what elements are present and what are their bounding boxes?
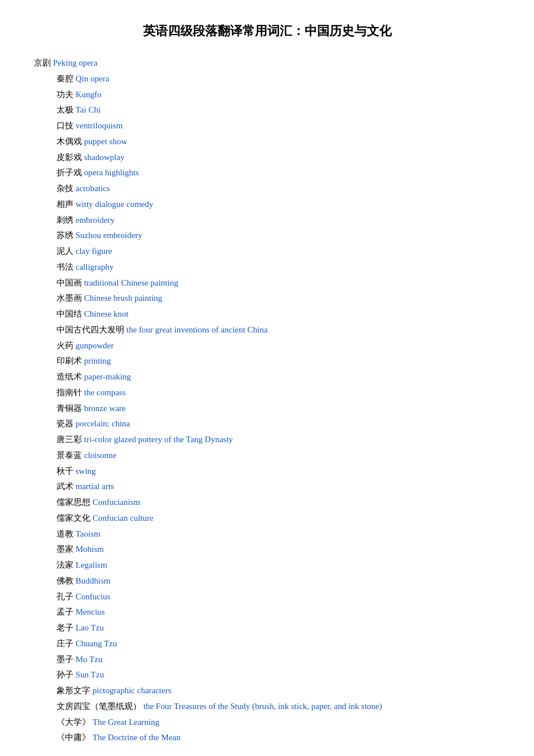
zh-text: 中国结 — [57, 309, 84, 318]
zh-text: 墨家 — [57, 545, 76, 554]
en-text: cloisonne — [84, 451, 117, 460]
en-text: Qin opera — [76, 74, 110, 83]
zh-text: 《中庸》 — [57, 733, 93, 742]
en-text: tri-color glazed pottery of the Tang Dyn… — [84, 435, 233, 444]
list-item: 泥人 clay figure — [57, 244, 500, 260]
zh-text: 武术 — [57, 482, 76, 491]
list-item: 功夫 Kungfo — [57, 87, 500, 103]
en-text: Sun Tzu — [76, 670, 104, 679]
en-text: ventriloquism — [76, 121, 123, 130]
list-item: 道教 Taoism — [57, 526, 500, 542]
zh-text: 折子戏 — [57, 168, 84, 177]
zh-text: 中国古代四大发明 — [57, 325, 127, 334]
zh-text: 木偶戏 — [57, 137, 84, 146]
zh-text: 道教 — [57, 529, 76, 538]
list-item: 中国结 Chinese knot — [57, 306, 500, 322]
en-text: Chinese brush painting — [84, 293, 162, 303]
list-item: 唐三彩 tri-color glazed pottery of the Tang… — [57, 432, 500, 448]
list-item: 儒家文化 Confucian culture — [57, 511, 500, 526]
list-item: 太极 Tai Chi — [57, 102, 500, 118]
list-item: 墨家 Mohism — [57, 542, 500, 558]
en-text: The Doctrine of the Mean — [93, 733, 181, 742]
zh-text: 景泰蓝 — [57, 451, 84, 460]
zh-text: 太极 — [57, 105, 76, 114]
en-text: gunpowder — [76, 341, 114, 350]
en-text: Confucianism — [93, 498, 140, 507]
list-item: 儒家思想 Confucianism — [57, 495, 500, 511]
list-item: 法家 Legalism — [57, 558, 500, 573]
list-item: 孙子 Sun Tzu — [57, 667, 500, 683]
en-text: martial arts — [76, 482, 114, 491]
list-item: 书法 calligraphy — [57, 260, 500, 275]
en-text: puppet show — [84, 137, 127, 146]
zh-text: 青铜器 — [57, 404, 84, 413]
zh-text: 象形文字 — [57, 686, 93, 695]
list-item: 折子戏 opera highlights — [57, 165, 500, 181]
list-item: 老子 Lao Tzu — [57, 620, 500, 636]
list-item: 景泰蓝 cloisonne — [57, 448, 500, 464]
zh-text: 文房四宝（笔墨纸观） — [57, 702, 144, 711]
list-item: 武术 martial arts — [57, 479, 500, 495]
list-item: 佛教 Buddhism — [57, 573, 500, 589]
zh-text: 秦腔 — [57, 74, 76, 83]
en-text: swing — [76, 466, 96, 476]
en-text: bronze ware — [84, 404, 126, 413]
zh-text: 秋千 — [57, 466, 76, 476]
list-item: 造纸术 paper-making — [57, 369, 500, 385]
en-text: Buddhism — [76, 576, 111, 585]
list-item: 秋千 swing — [57, 464, 500, 479]
zh-text: 杂技 — [57, 184, 76, 193]
zh-text: 水墨画 — [57, 293, 84, 303]
list-item: 孔子 Confucius — [57, 589, 500, 605]
en-text: calligraphy — [76, 262, 114, 271]
list-item: 文房四宝（笔墨纸观） the Four Treasures of the Stu… — [57, 699, 500, 715]
list-item: 墨子 Mo Tzu — [57, 652, 500, 668]
zh-text: 苏绣 — [57, 231, 76, 240]
list-item: 火药 gunpowder — [57, 338, 500, 354]
en-text: the Four Treasures of the Study (brush, … — [144, 702, 382, 711]
list-item: 相声 witty dialogue comedy — [57, 197, 500, 213]
zh-text: 火药 — [57, 341, 76, 350]
en-text: The Great Learning — [93, 718, 159, 727]
en-text: Suzhou embroidery — [76, 231, 142, 240]
zh-text: 庄子 — [57, 639, 76, 648]
en-text: Chuang Tzu — [76, 639, 117, 648]
list-item: 秦腔 Qin opera — [57, 71, 500, 87]
en-text: Peking opera — [53, 58, 98, 67]
en-text: printing — [84, 356, 111, 365]
vocab-list: 京剧 Peking opera秦腔 Qin opera功夫 Kungfo太极 T… — [34, 55, 500, 746]
en-text: paper-making — [84, 372, 131, 381]
en-text: clay figure — [76, 247, 112, 256]
zh-text: 刺绣 — [57, 215, 76, 224]
zh-text: 孟子 — [57, 607, 76, 616]
list-item: 孟子 Mencius — [57, 604, 500, 620]
en-text: shadowplay — [84, 153, 125, 162]
zh-text: 泥人 — [57, 247, 76, 256]
zh-text: 孙子 — [57, 670, 76, 679]
en-text: Tai Chi — [76, 105, 101, 114]
list-item: 象形文字 pictographic characters — [57, 683, 500, 699]
list-item: 水墨画 Chinese brush painting — [57, 291, 500, 306]
zh-text: 印刷术 — [57, 356, 84, 365]
zh-text: 造纸术 — [57, 372, 84, 381]
list-item: 皮影戏 shadowplay — [57, 150, 500, 166]
en-text: Confucian culture — [93, 513, 154, 522]
zh-text: 佛教 — [57, 576, 76, 585]
en-text: embroidery — [76, 215, 115, 224]
en-text: acrobatics — [76, 184, 110, 193]
zh-text: 口技 — [57, 121, 76, 130]
zh-text: 儒家思想 — [57, 498, 93, 507]
zh-text: 指南针 — [57, 388, 84, 397]
list-item: 青铜器 bronze ware — [57, 401, 500, 417]
list-item: 刺绣 embroidery — [57, 213, 500, 228]
en-text: Mencius — [76, 607, 105, 616]
zh-text: 京剧 — [34, 58, 53, 67]
en-text: Lao Tzu — [76, 623, 104, 632]
list-item: 《中庸》 The Doctrine of the Mean — [57, 730, 500, 746]
en-text: Mo Tzu — [76, 655, 103, 664]
page-title: 英语四级段落翻译常用词汇：中国历史与文化 — [34, 23, 500, 40]
list-item: 苏绣 Suzhou embroidery — [57, 228, 500, 244]
en-text: witty dialogue comedy — [76, 200, 153, 209]
zh-text: 功夫 — [57, 90, 76, 99]
list-item: 京剧 Peking opera — [34, 55, 500, 71]
